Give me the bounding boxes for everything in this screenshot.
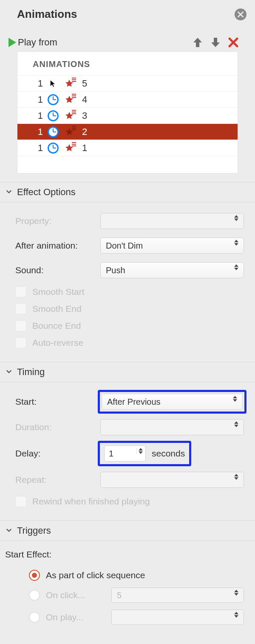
- duration-label: Duration:: [15, 422, 100, 432]
- animation-list-item[interactable]: 15: [17, 76, 238, 92]
- rewind-checkbox: Rewind when finished playing: [15, 496, 244, 507]
- chevron-down-icon: [6, 189, 13, 196]
- smooth-start-checkbox: Smooth Start: [15, 286, 244, 297]
- animation-order: 1: [35, 126, 43, 137]
- delay-label: Delay:: [15, 448, 100, 459]
- trigger-on-click-value: 5: [117, 591, 122, 600]
- clock-icon: [47, 126, 59, 138]
- start-value: After Previous: [107, 397, 161, 407]
- clock-icon: [47, 110, 59, 122]
- sound-value: Push: [106, 266, 125, 275]
- delay-value: 1: [109, 449, 113, 459]
- repeat-select: [100, 472, 244, 488]
- checkbox-icon: [15, 286, 26, 297]
- after-animation-select[interactable]: Don't Dim: [100, 238, 244, 254]
- triggers-header[interactable]: Triggers: [0, 521, 255, 541]
- clock-icon: [47, 142, 59, 154]
- animation-list[interactable]: ANIMATIONS 1514131211: [17, 51, 238, 174]
- trigger-on-click-radio[interactable]: On click... 5: [5, 584, 244, 606]
- animation-order: 1: [35, 143, 43, 154]
- star-emphasis-icon: [63, 143, 75, 153]
- rewind-label: Rewind when finished playing: [32, 496, 150, 507]
- bounce-end-label: Bounce End: [32, 321, 81, 331]
- animation-list-header: ANIMATIONS: [17, 52, 238, 76]
- play-from-label: Play from: [18, 37, 57, 48]
- trigger-on-play-radio: On play...: [5, 606, 244, 628]
- close-pane-button[interactable]: [235, 8, 246, 20]
- radio-icon: [29, 612, 40, 623]
- trigger-click-sequence-radio[interactable]: As part of click sequence: [5, 566, 244, 584]
- property-label: Property:: [15, 216, 100, 226]
- star-emphasis-icon: [63, 95, 75, 105]
- animation-order: 1: [35, 78, 43, 89]
- smooth-end-checkbox: Smooth End: [15, 303, 244, 314]
- arrow-up-icon: [193, 37, 203, 48]
- star-emphasis-icon: [63, 127, 75, 137]
- triggers-title: Triggers: [17, 525, 51, 536]
- cursor-icon: [47, 78, 59, 90]
- timing-title: Timing: [17, 367, 45, 378]
- delay-stepper[interactable]: 1: [104, 445, 146, 462]
- checkbox-icon: [15, 320, 26, 331]
- radio-icon: [29, 590, 40, 601]
- smooth-end-label: Smooth End: [32, 304, 82, 314]
- chevron-down-icon: [6, 369, 13, 375]
- animation-target-label: 3: [82, 110, 87, 121]
- play-from-button[interactable]: Play from: [8, 37, 189, 48]
- animation-target-label: 2: [82, 126, 87, 137]
- checkbox-icon: [15, 337, 26, 348]
- arrow-down-icon: [210, 37, 221, 48]
- animation-target-label: 5: [82, 78, 87, 89]
- animation-order: 1: [35, 110, 43, 121]
- start-select[interactable]: After Previous: [102, 394, 243, 410]
- sound-select[interactable]: Push: [100, 262, 244, 278]
- seconds-label: seconds: [152, 448, 185, 459]
- repeat-label: Repeat:: [15, 475, 100, 485]
- play-icon: [8, 38, 16, 47]
- trigger-on-click-label: On click...: [46, 590, 105, 600]
- effect-options-header[interactable]: Effect Options: [0, 182, 255, 202]
- checkbox-icon: [15, 496, 26, 507]
- trigger-on-click-select: 5: [111, 588, 244, 603]
- move-up-button[interactable]: [189, 37, 207, 48]
- bounce-end-checkbox: Bounce End: [15, 320, 244, 331]
- animation-list-item[interactable]: 14: [17, 92, 238, 108]
- remove-animation-button[interactable]: [224, 37, 242, 48]
- animation-target-label: 4: [82, 94, 87, 105]
- auto-reverse-label: Auto-reverse: [32, 338, 83, 348]
- move-down-button[interactable]: [207, 37, 224, 48]
- trigger-on-play-label: On play...: [46, 612, 105, 622]
- after-animation-value: Don't Dim: [106, 241, 143, 251]
- trigger-click-sequence-label: As part of click sequence: [46, 570, 145, 580]
- animation-order: 1: [35, 94, 43, 105]
- animation-target-label: 1: [82, 143, 87, 154]
- property-select: [100, 213, 244, 229]
- trigger-on-play-select: [111, 610, 244, 625]
- duration-select: [100, 419, 244, 435]
- auto-reverse-checkbox: Auto-reverse: [15, 337, 244, 348]
- smooth-start-label: Smooth Start: [32, 287, 85, 297]
- after-animation-label: After animation:: [15, 241, 100, 251]
- start-effect-label: Start Effect:: [5, 549, 244, 560]
- checkbox-icon: [15, 303, 26, 314]
- chevron-down-icon: [6, 527, 13, 534]
- star-emphasis-icon: [63, 111, 75, 121]
- start-label: Start:: [15, 397, 100, 407]
- x-icon: [228, 37, 238, 48]
- animation-list-item[interactable]: 13: [17, 108, 238, 124]
- animation-list-item[interactable]: 12: [17, 124, 238, 140]
- sound-label: Sound:: [15, 265, 100, 275]
- timing-header[interactable]: Timing: [0, 362, 255, 382]
- animation-list-item[interactable]: 11: [17, 140, 238, 156]
- effect-options-title: Effect Options: [17, 187, 76, 198]
- pane-title: Animations: [17, 8, 235, 21]
- clock-icon: [47, 94, 59, 106]
- star-emphasis-icon: [63, 78, 75, 89]
- radio-icon: [29, 570, 40, 581]
- close-icon: [238, 11, 244, 17]
